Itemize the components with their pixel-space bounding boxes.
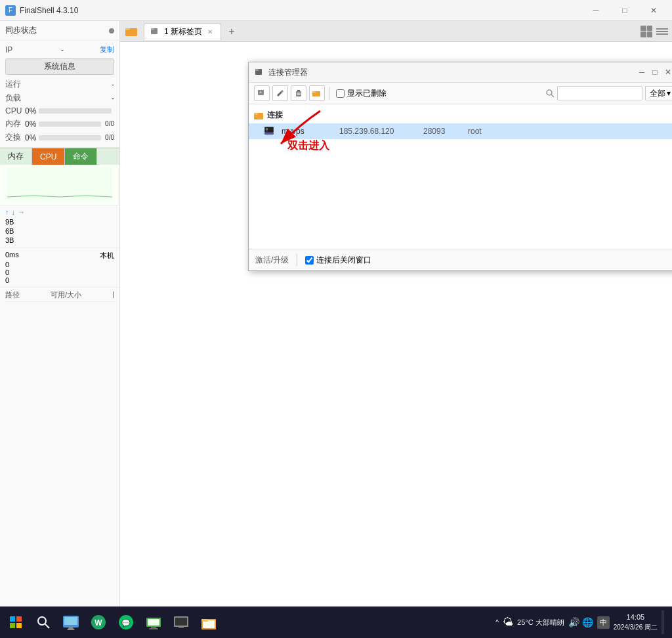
tab-add-button[interactable]: + xyxy=(224,24,240,39)
show-deleted-group: 显示已删除 xyxy=(336,88,387,99)
disk-section: 路径 可用/大小 | xyxy=(0,287,119,606)
ping-row: 0ms 本机 xyxy=(5,251,114,261)
maximize-button[interactable]: □ xyxy=(612,0,638,21)
ping-val-1: 0 xyxy=(5,268,114,276)
volume-icon[interactable]: 🔊 xyxy=(568,617,579,627)
edit-button[interactable] xyxy=(272,85,288,101)
taskbar-icon-4[interactable]: 💬 xyxy=(113,609,139,635)
tray-expand-icon[interactable]: ^ xyxy=(495,618,499,626)
taskbar-icon-6[interactable] xyxy=(168,609,194,635)
svg-rect-27 xyxy=(10,616,15,622)
tab-cmd[interactable]: 命令 xyxy=(65,148,97,165)
list-view-button[interactable] xyxy=(655,27,669,36)
network-icon[interactable]: 🌐 xyxy=(582,617,593,627)
close-after-connect-group: 连接后关闭窗口 xyxy=(305,255,371,266)
time-block[interactable]: 14:05 2024/3/26 周二 xyxy=(614,612,658,631)
tab-cpu[interactable]: CPU xyxy=(32,148,65,165)
grid-view-button[interactable] xyxy=(640,26,652,37)
sidebar-tabs: 内存 CPU 命令 xyxy=(0,148,119,165)
sync-dot xyxy=(109,28,114,33)
svg-rect-24 xyxy=(266,131,268,131)
svg-rect-42 xyxy=(151,627,156,628)
toolbar-search: 全部 ▾ xyxy=(545,86,672,100)
taskbar-icon-5[interactable] xyxy=(140,609,167,635)
svg-rect-41 xyxy=(148,619,159,626)
run-value: - xyxy=(112,80,114,89)
ping-local: 本机 xyxy=(100,251,114,261)
new-tab-item[interactable]: 1 新标签页 ✕ xyxy=(144,23,221,40)
minimize-button[interactable]: ─ xyxy=(583,0,609,21)
tree-item-port: 28093 xyxy=(423,127,463,136)
svg-rect-22 xyxy=(266,128,268,129)
mem-ratio: 0/0 xyxy=(105,120,114,127)
sys-info-button[interactable]: 系统信息 xyxy=(5,58,114,75)
swap-ratio: 0/0 xyxy=(105,134,114,141)
tab-close-button[interactable]: ✕ xyxy=(206,28,214,36)
svg-rect-6 xyxy=(255,69,259,71)
taskbar-icon-3[interactable]: W xyxy=(85,609,112,635)
tab-mem[interactable]: 内存 xyxy=(0,148,32,165)
dialog-close-button[interactable]: ✕ xyxy=(662,66,672,78)
tree-item-myvps[interactable]: myvps 185.239.68.120 28093 root xyxy=(249,123,672,139)
ping-val-0: 0 xyxy=(5,261,114,268)
close-button[interactable]: ✕ xyxy=(640,0,667,21)
search-icon xyxy=(545,89,555,98)
show-deleted-checkbox[interactable] xyxy=(336,89,345,98)
svg-rect-45 xyxy=(175,618,187,626)
copy-link[interactable]: 复制 xyxy=(100,45,114,54)
folder-group-icon xyxy=(254,111,264,119)
swap-row: 交换 0% 0/0 xyxy=(5,131,114,144)
disk-header: 路径 可用/大小 | xyxy=(5,290,114,302)
svg-rect-43 xyxy=(149,628,158,629)
tree-item-user: root xyxy=(468,127,482,136)
close-after-connect-checkbox[interactable] xyxy=(305,256,314,265)
taskbar: W 💬 ^ 🌤 2 xyxy=(0,606,672,638)
footer-divider xyxy=(297,253,297,266)
dialog-minimize-button[interactable]: ─ xyxy=(636,66,648,78)
svg-rect-49 xyxy=(201,619,208,622)
net-row-2: 6B xyxy=(5,226,114,236)
taskbar-search-button[interactable] xyxy=(30,609,56,635)
activate-link[interactable]: 激活/升级 xyxy=(255,255,289,266)
mem-label: 内存 xyxy=(5,118,25,129)
app-title: FinalShell 4.3.10 xyxy=(20,6,78,15)
cpu-graph xyxy=(5,167,114,200)
filter-dropdown[interactable]: 全部 ▾ xyxy=(645,86,672,100)
language-indicator[interactable]: 中 xyxy=(597,616,610,629)
cpu-progress-bar xyxy=(39,108,112,114)
up-arrow-icon: ↑ xyxy=(5,208,9,216)
tab-content: 连接管理器 ─ □ ✕ + xyxy=(120,42,672,606)
run-row: 运行 - xyxy=(5,77,114,91)
folder-button[interactable] xyxy=(309,85,325,101)
ping-val-2: 0 xyxy=(5,276,114,284)
dialog-maximize-button[interactable]: □ xyxy=(649,66,661,78)
svg-rect-46 xyxy=(178,627,184,628)
tab-area: 1 新标签页 ✕ + xyxy=(120,21,672,606)
show-desktop-button[interactable] xyxy=(662,610,664,634)
run-label: 运行 xyxy=(5,79,25,90)
window-controls: ─ □ ✕ xyxy=(583,0,667,21)
taskbar-start-button[interactable] xyxy=(3,609,29,635)
swap-value: 0% xyxy=(25,133,36,142)
mem-row: 内存 0% 0/0 xyxy=(5,117,114,131)
folder-icon-button[interactable] xyxy=(123,22,141,41)
filter-chevron-icon: ▾ xyxy=(667,89,671,98)
new-connection-button[interactable]: + xyxy=(254,85,270,101)
load-value: - xyxy=(112,94,114,103)
net-stats: ↑ ↓ → 9B 6B 3B xyxy=(0,205,119,248)
disk-resize-handle[interactable]: | xyxy=(112,290,114,300)
delete-button[interactable] xyxy=(291,85,306,101)
svg-rect-0 xyxy=(7,167,112,200)
ping-label: 0ms xyxy=(5,251,19,261)
disk-path-label: 路径 xyxy=(5,290,20,300)
connection-manager-dialog: 连接管理器 ─ □ ✕ + xyxy=(248,62,672,271)
svg-rect-28 xyxy=(16,616,22,622)
net-val1: 9B xyxy=(5,218,14,226)
dialog-title-bar: 连接管理器 ─ □ ✕ xyxy=(249,62,672,83)
svg-rect-19 xyxy=(254,113,258,115)
search-input[interactable] xyxy=(557,86,642,100)
tree-group-connections: 连接 xyxy=(249,107,672,123)
taskbar-icon-2[interactable] xyxy=(58,609,84,635)
taskbar-icon-7[interactable] xyxy=(196,609,222,635)
dialog-tree: 连接 myvps 185.2 xyxy=(249,104,672,249)
